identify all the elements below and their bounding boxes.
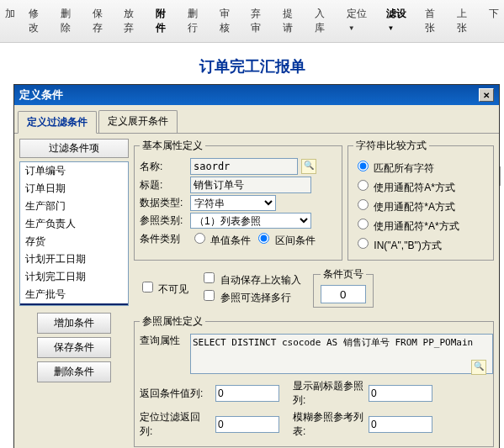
list-item[interactable]: 生产批号 <box>20 286 128 303</box>
toolbar-加[interactable]: 加 <box>0 7 20 35</box>
toolbar-删除[interactable]: 删除 <box>56 7 84 35</box>
compare-opt-2[interactable]: 使用通配符*A方式 <box>353 197 488 214</box>
toolbar-放弃[interactable]: 放弃 <box>119 7 147 35</box>
basic-attrs-group: 基本属性定义 名称:🔍 标题: 数据类型:字符串 参照类别:（1）列表参照 条件… <box>134 139 342 261</box>
filter-item-list[interactable]: 订单编号订单日期生产部门生产负责人存货计划开工日期计划完工日期生产批号销售订单号 <box>19 161 129 306</box>
multiline-check[interactable]: 参照可选择多行 <box>200 292 290 303</box>
define-condition-dialog: 定义条件 ✕ 定义过滤条件定义展开条件 过滤条件项 订单编号订单日期生产部门生产… <box>13 84 500 448</box>
compare-opt-4[interactable]: IN("A","B")方式 <box>353 235 488 253</box>
list-item[interactable]: 订单日期 <box>20 180 128 198</box>
toolbar-提请[interactable]: 提请 <box>278 7 306 35</box>
retcol-input[interactable] <box>215 385 279 402</box>
search-icon[interactable]: 🔍 <box>301 159 316 174</box>
main-toolbar: 加修改删除保存放弃附件删行审核弃审提请入库定位▼滤设▼首张上张下 <box>0 0 504 43</box>
search-icon[interactable]: 🔍 <box>471 360 486 375</box>
toolbar-修改[interactable]: 修改 <box>24 7 52 35</box>
page-title: 订单完工汇报单 <box>0 43 504 83</box>
toolbar-入库[interactable]: 入库 <box>310 7 338 35</box>
fuzzy-input[interactable] <box>369 416 432 433</box>
toolbar-弃审[interactable]: 弃审 <box>246 7 274 35</box>
compare-opt-1[interactable]: 使用通配符A*方式 <box>353 177 488 195</box>
list-item[interactable]: 销售订单号 <box>20 303 128 306</box>
toolbar-审核[interactable]: 审核 <box>215 7 243 35</box>
list-item[interactable]: 生产部门 <box>20 198 128 215</box>
compare-opt-3[interactable]: 使用通配符*A*方式 <box>353 216 488 234</box>
range-cond-radio[interactable]: 区间条件 <box>254 230 315 248</box>
toolbar-滤设[interactable]: 滤设▼ <box>381 7 417 35</box>
tab-1[interactable]: 定义展开条件 <box>98 110 178 133</box>
toolbar-首张[interactable]: 首张 <box>420 7 448 35</box>
toolbar-下[interactable]: 下 <box>484 7 504 35</box>
compare-opt-0[interactable]: 匹配所有字符 <box>353 158 488 176</box>
list-item[interactable]: 生产负责人 <box>20 215 128 233</box>
left-buttons: 增加条件保存条件删除条件 <box>19 309 129 386</box>
compare-options: 匹配所有字符 使用通配符A*方式 使用通配符*A方式 使用通配符*A*方式 IN… <box>353 158 488 253</box>
page-no-input[interactable] <box>321 285 366 303</box>
list-item[interactable]: 计划完工日期 <box>20 268 128 286</box>
toolbar-定位[interactable]: 定位▼ <box>342 7 378 35</box>
dialog-title-text: 定义条件 <box>19 87 63 103</box>
retrow-input[interactable] <box>215 416 279 433</box>
toolbar-上张[interactable]: 上张 <box>452 7 480 35</box>
btn-保存条件[interactable]: 保存条件 <box>37 337 111 358</box>
toolbar-附件[interactable]: 附件 <box>151 7 179 35</box>
reftype-select[interactable]: （1）列表参照 <box>190 213 311 229</box>
autosave-check[interactable]: 自动保存上次输入 <box>200 274 300 286</box>
name-input[interactable] <box>190 158 298 175</box>
ref-attrs-group: 参照属性定义 查询属性 🔍 返回条件值列: 显示副标题参照列: 定位过滤返回列:… <box>134 314 494 447</box>
datatype-select[interactable]: 字符串 <box>190 195 276 211</box>
list-item[interactable]: 存货 <box>20 233 128 250</box>
close-icon[interactable]: ✕ <box>479 88 494 102</box>
tab-bar: 定义过滤条件定义展开条件 <box>14 107 499 133</box>
toolbar-删行[interactable]: 删行 <box>183 7 211 35</box>
compare-group: 字符串比较方式 匹配所有字符 使用通配符A*方式 使用通配符*A方式 使用通配符… <box>347 139 494 261</box>
single-cond-radio[interactable]: 单值条件 <box>190 230 251 248</box>
toolbar-保存[interactable]: 保存 <box>88 7 116 35</box>
btn-增加条件[interactable]: 增加条件 <box>37 313 111 334</box>
tab-0[interactable]: 定义过滤条件 <box>18 111 97 134</box>
dialog-titlebar: 定义条件 ✕ <box>14 85 499 105</box>
invisible-check[interactable]: 不可见 <box>139 279 188 297</box>
subcol-input[interactable] <box>369 385 432 402</box>
list-item[interactable]: 订单编号 <box>20 162 128 180</box>
list-header: 过滤条件项 <box>19 139 129 158</box>
list-item[interactable]: 计划开工日期 <box>20 250 128 268</box>
sql-textarea[interactable] <box>190 334 493 374</box>
btn-删除条件[interactable]: 删除条件 <box>37 361 111 382</box>
title-input[interactable] <box>190 177 311 193</box>
